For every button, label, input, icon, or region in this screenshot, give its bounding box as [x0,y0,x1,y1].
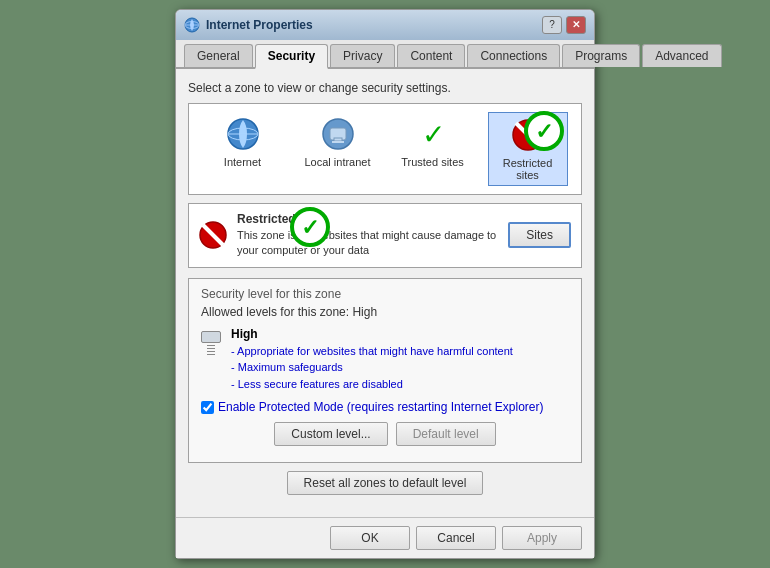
zone-checkmark-overlay: ✓ [522,109,566,153]
dialog-buttons: OK Cancel Apply [176,517,594,558]
restricted-panel: Restricted sites This zone is for websit… [188,203,582,268]
slider-thumb[interactable] [201,331,221,343]
zone-internet[interactable]: Internet [203,112,283,186]
level-buttons-row: Custom level... Default level [201,422,569,446]
tab-connections[interactable]: Connections [467,44,560,67]
slider-area: High - Appropriate for websites that mig… [201,327,569,393]
protected-mode-label: Enable Protected Mode (requires restarti… [218,400,544,414]
level-desc-2: - Maximum safeguards [231,359,513,376]
tab-content[interactable]: Content [397,44,465,67]
zone-trusted[interactable]: ✓ Trusted sites [393,112,473,186]
zone-trusted-icon: ✓ [415,116,451,152]
zone-restricted[interactable]: ✓ Restricted sites [488,112,568,186]
level-desc-1: - Appropriate for websites that might ha… [231,343,513,360]
title-bar: Internet Properties ? ✕ [176,10,594,40]
close-button[interactable]: ✕ [566,16,586,34]
restricted-panel-icon [199,221,227,249]
svg-rect-8 [334,138,342,141]
zone-internet-label: Internet [224,156,261,168]
reset-row: Reset all zones to default level [188,471,582,495]
apply-button[interactable]: Apply [502,526,582,550]
sites-button[interactable]: Sites [508,222,571,248]
protected-mode-checkbox[interactable] [201,401,214,414]
level-slider[interactable] [201,331,221,355]
zone-intranet-label: Local intranet [304,156,370,168]
cancel-button[interactable]: Cancel [416,526,496,550]
tab-privacy[interactable]: Privacy [330,44,395,67]
tab-security[interactable]: Security [255,44,328,69]
panel-checkmark-overlay: ✓ [288,205,332,249]
level-name: High [231,327,513,341]
zone-intranet-icon [320,116,356,152]
zone-trusted-label: Trusted sites [401,156,464,168]
zone-internet-icon [225,116,261,152]
svg-text:✓: ✓ [421,119,444,150]
protected-mode-row: Enable Protected Mode (requires restarti… [201,400,569,414]
restricted-panel-desc: This zone is for websites that might cau… [237,228,508,259]
tab-advanced[interactable]: Advanced [642,44,721,67]
tabs-bar: General Security Privacy Content Connect… [176,40,594,69]
ok-button[interactable]: OK [330,526,410,550]
zone-local-intranet[interactable]: Local intranet [298,112,378,186]
security-level-title: Security level for this zone [201,287,569,301]
restricted-panel-title: Restricted sites [237,212,508,226]
security-level-box: Security level for this zone Allowed lev… [188,278,582,464]
zone-restricted-label: Restricted sites [493,157,563,181]
allowed-levels: Allowed levels for this zone: High [201,305,569,319]
svg-rect-9 [332,141,344,143]
help-button[interactable]: ? [542,16,562,34]
internet-properties-window: Internet Properties ? ✕ General Security… [175,9,595,559]
zone-restricted-icon: ✓ [510,117,546,153]
tab-general[interactable]: General [184,44,253,67]
level-desc-3: - Less secure features are disabled [231,376,513,393]
zone-section-label: Select a zone to view or change security… [188,81,582,95]
reset-all-button[interactable]: Reset all zones to default level [287,471,484,495]
zones-box: Internet Local intranet ✓ [188,103,582,195]
level-text: High - Appropriate for websites that mig… [231,327,513,393]
svg-text:✓: ✓ [535,119,553,144]
svg-text:✓: ✓ [301,215,319,240]
tab-content-security: Select a zone to view or change security… [176,69,594,517]
restricted-panel-wrapper: Restricted sites This zone is for websit… [188,203,582,268]
default-level-button[interactable]: Default level [396,422,496,446]
custom-level-button[interactable]: Custom level... [274,422,387,446]
tab-programs[interactable]: Programs [562,44,640,67]
window-icon [184,17,200,33]
window-title: Internet Properties [206,18,313,32]
